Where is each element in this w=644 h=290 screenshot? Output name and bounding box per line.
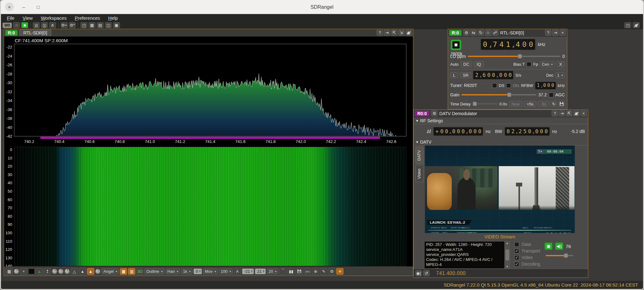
- grid-toggle-button[interactable]: ▦: [6, 268, 13, 275]
- lcd-digit[interactable]: 2: [518, 128, 523, 135]
- lcd-digit[interactable]: ,: [532, 128, 534, 135]
- spectrum-window-titlebar[interactable]: R:0 RTL-SDR[0] ?⇥⇱⇲◉: [4, 29, 413, 37]
- lcd-digit[interactable]: ,: [540, 83, 543, 89]
- direct-sampling-checkbox[interactable]: [492, 83, 497, 88]
- hide-all-windows-icon[interactable]: ◉: [633, 22, 640, 28]
- waterfall-toggle-button[interactable]: ▦: [120, 268, 127, 275]
- tile-windows-icon[interactable]: ▦: [89, 22, 95, 28]
- stats-scrollbar[interactable]: ▲ ▼: [505, 241, 510, 269]
- rf-bandwidth-dial[interactable]: 1,000: [535, 82, 556, 89]
- presets-star-icon[interactable]: ☆: [485, 30, 491, 36]
- lcd-digit[interactable]: ,: [515, 128, 518, 135]
- volume-slider[interactable]: [546, 255, 573, 256]
- favorites-icon[interactable]: ☆: [13, 22, 20, 28]
- lcd-digit[interactable]: 0: [456, 128, 461, 135]
- offset-tuning-checkbox[interactable]: [506, 83, 511, 88]
- workspaces-view-icon[interactable]: ◳: [624, 22, 631, 28]
- lcd-digit[interactable]: 0: [486, 72, 491, 79]
- sample-rate-mode-button[interactable]: SR: [460, 72, 471, 78]
- fft-overlap-spin[interactable]: 0▲▼: [193, 268, 202, 274]
- replay-loop-icon[interactable]: ↻: [551, 101, 557, 107]
- lcd-digit[interactable]: 4: [498, 40, 505, 49]
- menu-workspaces[interactable]: Workspaces: [41, 15, 66, 21]
- transport-checkbox[interactable]: ✓: [514, 249, 519, 253]
- window-function-select[interactable]: Han▾: [166, 268, 180, 274]
- spectrogram-3d-button[interactable]: 3D: [136, 268, 143, 275]
- feature-presets-icon[interactable]: ⚙*: [69, 22, 76, 28]
- lcd-digit[interactable]: 2: [511, 128, 515, 135]
- move-to-workspace-icon[interactable]: ⇥: [384, 30, 390, 36]
- hide-window-icon[interactable]: ◉: [405, 30, 412, 36]
- reload-device-icon[interactable]: ↻: [478, 30, 484, 36]
- trace-intensity-dial[interactable]: [52, 269, 57, 274]
- lcd-digit[interactable]: 0: [503, 72, 507, 79]
- channel-settings-icon[interactable]: ◉(: [415, 270, 422, 276]
- averaging-mode-select[interactable]: Mov▾: [203, 268, 218, 274]
- dc-correction-button[interactable]: DC: [461, 61, 472, 67]
- time-delay-slider[interactable]: [472, 103, 498, 104]
- lcd-digit[interactable]: 6: [482, 72, 486, 79]
- lcd-digit[interactable]: ,: [479, 72, 482, 79]
- lcd-digit[interactable]: 0: [551, 83, 555, 89]
- spectrum-style-button[interactable]: ▲: [36, 268, 43, 275]
- lcd-digit[interactable]: 0: [527, 128, 532, 135]
- style-select[interactable]: Outline▾: [144, 268, 164, 274]
- settings-gear-icon[interactable]: ⚙: [431, 110, 437, 116]
- save-replay-icon[interactable]: [559, 101, 565, 107]
- lcd-digit[interactable]: 2: [474, 72, 479, 79]
- ref-level-spin[interactable]: -21▲▼: [242, 268, 254, 274]
- lcd-digit[interactable]: 0: [521, 40, 528, 49]
- lo-ppm-slider[interactable]: [468, 56, 560, 57]
- transverter-button[interactable]: X: [556, 61, 565, 67]
- measurement-tool-button[interactable]: ⚙: [328, 268, 335, 275]
- lcd-digit[interactable]: 4: [514, 40, 521, 49]
- histogram-color-swatch[interactable]: [28, 268, 35, 274]
- lcd-digit[interactable]: 0: [461, 128, 465, 135]
- autoscale-button[interactable]: A: [234, 268, 241, 275]
- waterfall-direction-button[interactable]: ↥: [44, 268, 51, 275]
- lcd-digit[interactable]: 0: [498, 72, 503, 79]
- start-stop-button[interactable]: [451, 39, 461, 50]
- lcd-digit[interactable]: 0: [472, 128, 477, 135]
- change-device-icon[interactable]: ⇆: [471, 30, 477, 36]
- scrollbar-thumb[interactable]: [506, 250, 509, 260]
- video-mute-button[interactable]: ▦: [544, 242, 553, 250]
- hide-window-icon[interactable]: ◉: [573, 110, 580, 116]
- iq-correction-button[interactable]: IQ: [474, 61, 484, 67]
- lcd-digit[interactable]: 1: [505, 40, 511, 49]
- add-feature-icon[interactable]: ⚙+: [61, 22, 68, 28]
- audio-mute-button[interactable]: ◀)): [555, 242, 563, 250]
- help-icon[interactable]: ?: [377, 30, 383, 36]
- decimation-select[interactable]: 1▾: [555, 72, 565, 78]
- datv-window-titlebar[interactable]: R0:0 ⚙ DATV Demodulator ?⇥⇱◉×: [414, 110, 588, 117]
- calibration-button[interactable]: ⊕: [312, 268, 319, 275]
- add-tx-device-icon[interactable]: (|): [41, 22, 48, 28]
- markers-select[interactable]: Angel▾: [101, 268, 119, 274]
- close-device-icon[interactable]: ×: [559, 30, 566, 36]
- bandwidth-dial[interactable]: 02,250,000: [505, 127, 550, 136]
- stack-windows-icon[interactable]: ▤: [97, 22, 104, 28]
- start-all-devices-button[interactable]: ■: [21, 22, 28, 28]
- log-scale-button[interactable]: ⌒: [279, 268, 286, 275]
- lcd-digit[interactable]: ,: [465, 128, 468, 135]
- menu-view[interactable]: View: [23, 15, 33, 21]
- cascade-windows-icon[interactable]: ◳: [80, 22, 87, 28]
- markers-edit-button[interactable]: ✎: [320, 268, 327, 275]
- lcd-digit[interactable]: 0: [534, 128, 539, 135]
- spinner-arrows-icon[interactable]: ▲▼: [263, 270, 265, 273]
- lcd-digit[interactable]: ,: [488, 40, 492, 49]
- plus-5s-button[interactable]: +5s: [524, 101, 536, 107]
- lcd-digit[interactable]: ,: [449, 128, 451, 135]
- lcd-digit[interactable]: 0: [451, 128, 456, 135]
- lcd-digit[interactable]: 0: [477, 128, 482, 135]
- add-mimo-device-icon[interactable]: ⋔: [49, 22, 56, 28]
- data-checkbox[interactable]: [514, 242, 519, 247]
- grid-intensity-dial[interactable]: [14, 269, 19, 274]
- tab-datv[interactable]: DATV: [415, 147, 424, 164]
- lcd-digit[interactable]: 0: [539, 128, 544, 135]
- workspace-button[interactable]: W0: [3, 23, 12, 28]
- waterfall-intensity-dial[interactable]: [58, 269, 64, 274]
- maximize-window-icon[interactable]: ▣: [113, 22, 120, 28]
- sample-rate-dial[interactable]: 2,600,000: [473, 71, 513, 79]
- datv-section-header[interactable]: ▼DATV: [414, 139, 588, 145]
